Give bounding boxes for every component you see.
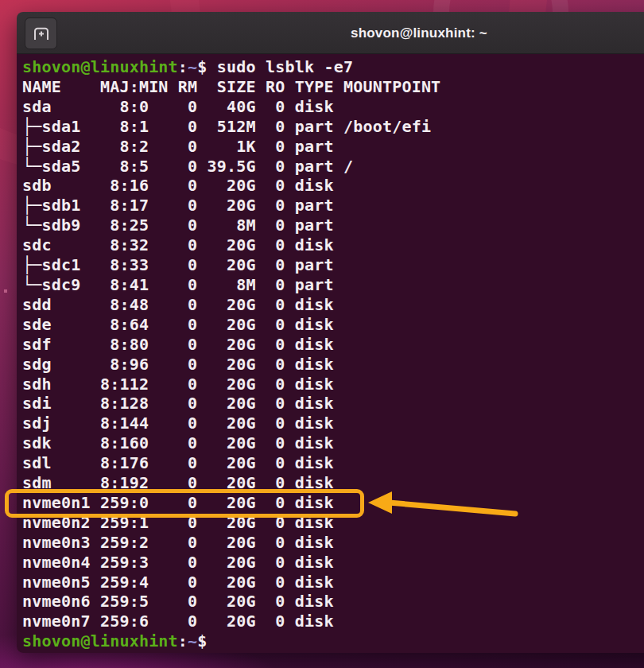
window-title: shovon@linuxhint: ~ <box>17 12 644 54</box>
terminal-output-line: ├─sdb1 8:17 0 20G 0 part <box>22 196 644 216</box>
terminal-output-line: ├─sda2 8:2 0 1K 0 part <box>22 137 644 157</box>
prompt-colon: : <box>178 631 188 651</box>
prompt-command-line: shovon@linuxhint:~$ sudo lsblk -e7 <box>22 57 644 77</box>
prompt-colon: : <box>178 57 188 76</box>
terminal-output-line: nvme0n7 259:6 0 20G 0 disk <box>22 612 644 631</box>
terminal-output-line: nvme0n1 259:0 0 20G 0 disk <box>22 493 644 513</box>
terminal-output-line: nvme0n2 259:1 0 20G 0 disk <box>22 513 644 533</box>
command-text: sudo lsblk -e7 <box>217 57 353 76</box>
terminal-window: shovon@linuxhint: ~ shovon@linuxhint:~$ … <box>17 12 644 653</box>
terminal-output-line: ├─sda1 8:1 0 512M 0 part /boot/efi <box>22 117 644 137</box>
terminal-output-line: sdm 8:192 0 20G 0 disk <box>22 473 644 493</box>
prompt-path: ~ <box>188 57 197 76</box>
wallpaper-dot-decoration <box>4 289 7 293</box>
prompt-path: ~ <box>188 631 197 651</box>
terminal-output-line: sdl 8:176 0 20G 0 disk <box>22 453 644 473</box>
prompt-user-host: shovon@linuxhint <box>22 631 178 651</box>
terminal-output-line: sdf 8:80 0 20G 0 disk <box>22 335 644 355</box>
terminal-output-line: sdk 8:160 0 20G 0 disk <box>22 433 644 453</box>
terminal-output-line: sde 8:64 0 20G 0 disk <box>22 315 644 335</box>
terminal-screen[interactable]: shovon@linuxhint:~$ sudo lsblk -e7 NAME … <box>17 54 644 653</box>
terminal-output-line: nvme0n5 259:4 0 20G 0 disk <box>22 573 644 592</box>
terminal-output: NAME MAJ:MIN RM SIZE RO TYPE MOUNTPOINTs… <box>22 77 644 631</box>
prompt-dollar: $ <box>197 57 216 76</box>
prompt-line-final: shovon@linuxhint:~$ <box>22 631 644 651</box>
terminal-output-line: nvme0n6 259:5 0 20G 0 disk <box>22 592 644 612</box>
prompt-dollar: $ <box>197 631 216 651</box>
terminal-output-line: sdd 8:48 0 20G 0 disk <box>22 295 644 315</box>
terminal-output-line: sda 8:0 0 40G 0 disk <box>22 97 644 117</box>
terminal-output-line: ├─sdc1 8:33 0 20G 0 part <box>22 255 644 275</box>
terminal-output-line: sdg 8:96 0 20G 0 disk <box>22 355 644 375</box>
terminal-output-line: NAME MAJ:MIN RM SIZE RO TYPE MOUNTPOINT <box>22 77 644 97</box>
terminal-output-line: └─sda5 8:5 0 39.5G 0 part / <box>22 157 644 177</box>
terminal-output-line: └─sdb9 8:25 0 8M 0 part <box>22 216 644 235</box>
terminal-output-line: sdh 8:112 0 20G 0 disk <box>22 375 644 394</box>
terminal-output-line: nvme0n4 259:3 0 20G 0 disk <box>22 553 644 573</box>
terminal-output-line: └─sdc9 8:41 0 8M 0 part <box>22 275 644 295</box>
prompt-user-host: shovon@linuxhint <box>22 57 178 76</box>
terminal-output-line: sdj 8:144 0 20G 0 disk <box>22 414 644 433</box>
terminal-output-line: sdb 8:16 0 20G 0 disk <box>22 176 644 196</box>
terminal-output-line: sdc 8:32 0 20G 0 disk <box>22 235 644 255</box>
terminal-output-line: nvme0n3 259:2 0 20G 0 disk <box>22 533 644 553</box>
titlebar[interactable]: shovon@linuxhint: ~ <box>17 12 644 54</box>
terminal-output-line: sdi 8:128 0 20G 0 disk <box>22 394 644 414</box>
